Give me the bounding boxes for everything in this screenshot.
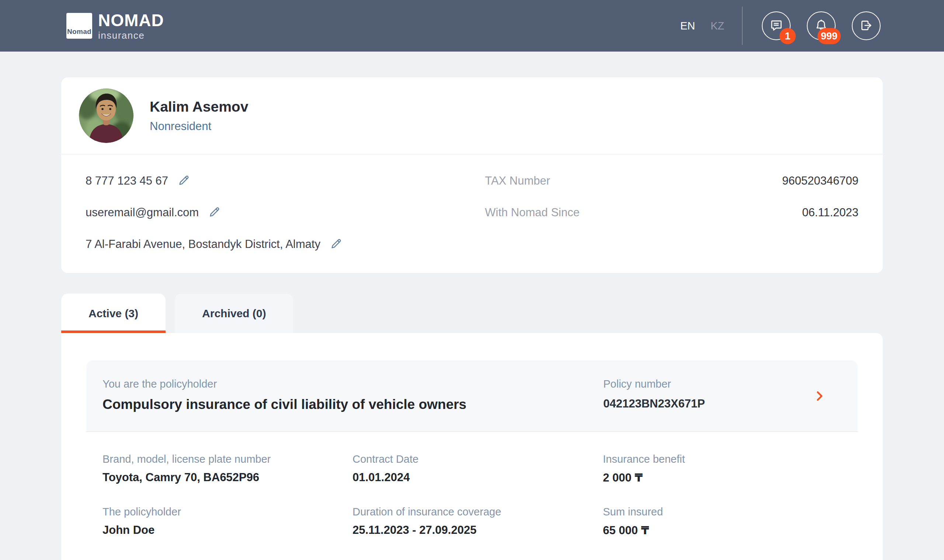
policy-number-value: 042123BN23X671P bbox=[603, 397, 705, 411]
nomad-logo-mark-text: Nomad bbox=[67, 28, 91, 36]
detail-value: 65 000 ₸ bbox=[603, 523, 842, 537]
logo-title: NOMAD bbox=[98, 12, 164, 29]
tax-number-value: 960520346709 bbox=[782, 174, 858, 188]
detail-value: Toyota, Camry 70, BA652P96 bbox=[102, 471, 353, 484]
lang-en[interactable]: EN bbox=[680, 20, 695, 32]
detail-value: 25.11.2023 - 27.09.2025 bbox=[353, 523, 603, 537]
detail-label: Insurance benefit bbox=[603, 453, 842, 465]
detail-value: 01.01.2024 bbox=[353, 471, 603, 484]
policy-title: Compulsory insurance of civil liability … bbox=[102, 397, 603, 412]
policy-head-right: Policy number 042123BN23X671P bbox=[603, 378, 705, 412]
policy-head-left: You are the policyholder Compulsory insu… bbox=[102, 378, 603, 412]
address-row: 7 Al-Farabi Avenue, Bostandyk District, … bbox=[86, 238, 485, 251]
email-value: useremail@gmail.com bbox=[86, 206, 199, 219]
language-switcher: EN KZ bbox=[680, 20, 724, 32]
detail-label: Duration of insurance coverage bbox=[353, 506, 603, 518]
header-actions: EN KZ 1 bbox=[680, 7, 883, 45]
profile-identity: Kalim Asemov Nonresident bbox=[150, 99, 248, 133]
messages-badge: 1 bbox=[779, 28, 796, 44]
detail-label: Brand, model, license plate number bbox=[102, 453, 353, 465]
contact-list: 8 777 123 45 67 useremail@gmail.com bbox=[86, 174, 485, 251]
detail-sum-insured: Sum insured 65 000 ₸ bbox=[603, 506, 842, 537]
policyholder-note: You are the policyholder bbox=[102, 378, 603, 390]
email-row: useremail@gmail.com bbox=[86, 206, 485, 219]
pencil-icon bbox=[330, 238, 342, 251]
detail-insurance-benefit: Insurance benefit 2 000 ₸ bbox=[603, 453, 842, 485]
nomad-since-row: With Nomad Since 06.11.2023 bbox=[485, 206, 858, 219]
lang-kz[interactable]: KZ bbox=[711, 20, 724, 32]
profile-card: Kalim Asemov Nonresident 8 777 123 45 67 bbox=[61, 77, 883, 273]
detail-label: The policyholder bbox=[102, 506, 353, 518]
detail-policyholder: The policyholder John Doe bbox=[102, 506, 353, 537]
policy-card-header: You are the policyholder Compulsory insu… bbox=[86, 360, 858, 431]
profile-details: 8 777 123 45 67 useremail@gmail.com bbox=[61, 154, 883, 273]
header-divider bbox=[742, 7, 743, 45]
profile-name: Kalim Asemov bbox=[150, 99, 248, 115]
notifications-badge: 999 bbox=[818, 28, 841, 44]
detail-label: Contract Date bbox=[353, 453, 603, 465]
main-content: Kalim Asemov Nonresident 8 777 123 45 67 bbox=[61, 77, 883, 560]
policies-panel: You are the policyholder Compulsory insu… bbox=[61, 333, 883, 560]
pencil-icon bbox=[177, 174, 190, 188]
nomad-since-value: 06.11.2023 bbox=[802, 206, 858, 219]
tax-number-row: TAX Number 960520346709 bbox=[485, 174, 858, 188]
account-meta: TAX Number 960520346709 With Nomad Since… bbox=[485, 174, 858, 251]
detail-vehicle: Brand, model, license plate number Toyot… bbox=[102, 453, 353, 485]
residency-status: Nonresident bbox=[150, 120, 248, 133]
nomad-since-label: With Nomad Since bbox=[485, 206, 580, 219]
pencil-icon bbox=[208, 206, 221, 220]
detail-value: 2 000 ₸ bbox=[603, 471, 842, 485]
tax-number-label: TAX Number bbox=[485, 174, 550, 188]
logout-button[interactable] bbox=[852, 11, 881, 40]
detail-contract-date: Contract Date 01.01.2024 bbox=[353, 453, 603, 485]
tab-archived-policies[interactable]: Archived (0) bbox=[175, 294, 293, 333]
notifications-button[interactable]: 999 bbox=[807, 11, 836, 40]
nomad-logo[interactable]: Nomad NOMAD insurance bbox=[66, 12, 164, 40]
messages-button[interactable]: 1 bbox=[762, 11, 791, 40]
policy-details-grid: Brand, model, license plate number Toyot… bbox=[86, 432, 858, 560]
edit-phone-button[interactable] bbox=[177, 174, 190, 188]
address-value: 7 Al-Farabi Avenue, Bostandyk District, … bbox=[86, 238, 321, 251]
policy-card[interactable]: You are the policyholder Compulsory insu… bbox=[86, 360, 858, 560]
logo-subtitle: insurance bbox=[98, 31, 164, 40]
detail-label: Sum insured bbox=[603, 506, 842, 518]
nomad-logo-mark: Nomad bbox=[66, 13, 92, 39]
detail-coverage-duration: Duration of insurance coverage 25.11.202… bbox=[353, 506, 603, 537]
nomad-logo-text: NOMAD insurance bbox=[98, 12, 164, 40]
chevron-right-icon[interactable] bbox=[813, 389, 826, 403]
policy-tabs: Active (3) Archived (0) bbox=[61, 294, 883, 333]
edit-address-button[interactable] bbox=[329, 238, 342, 251]
logout-icon bbox=[859, 18, 873, 34]
app-header: Nomad NOMAD insurance EN KZ 1 bbox=[0, 0, 944, 52]
policy-number-label: Policy number bbox=[603, 378, 705, 390]
phone-value: 8 777 123 45 67 bbox=[86, 174, 168, 188]
edit-email-button[interactable] bbox=[208, 206, 221, 219]
detail-value: John Doe bbox=[102, 523, 353, 537]
phone-row: 8 777 123 45 67 bbox=[86, 174, 485, 188]
avatar bbox=[79, 88, 134, 143]
profile-summary: Kalim Asemov Nonresident bbox=[61, 77, 883, 154]
tab-active-policies[interactable]: Active (3) bbox=[61, 294, 165, 333]
